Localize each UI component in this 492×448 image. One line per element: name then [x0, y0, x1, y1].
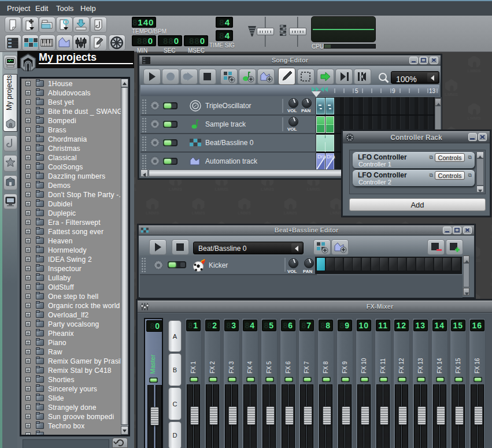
svg-text:5: 5 [355, 88, 358, 94]
svg-text:13: 13 [429, 88, 436, 94]
svg-text:9: 9 [392, 88, 395, 94]
